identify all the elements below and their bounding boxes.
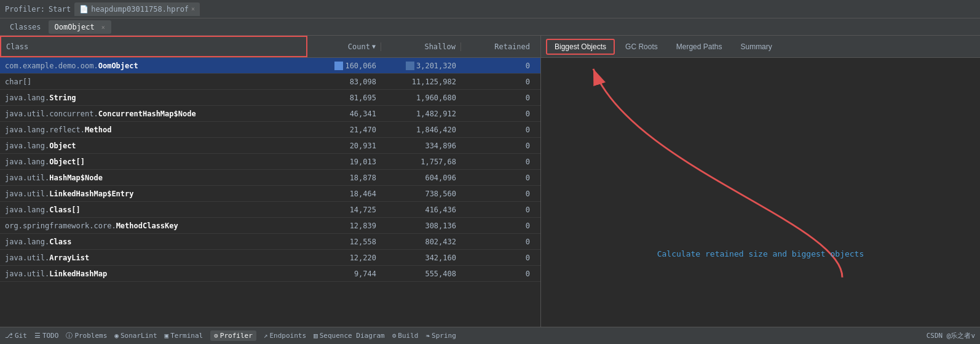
row-retained-8: 0 xyxy=(461,190,535,198)
status-terminal[interactable]: ▣ Terminal xyxy=(165,332,204,340)
start-button[interactable]: Start xyxy=(49,5,71,14)
tab-classes[interactable]: Classes xyxy=(4,20,47,34)
shallow-bar-icon xyxy=(406,62,414,70)
count-bar-icon xyxy=(334,62,343,70)
table-row[interactable]: java.lang.Class[] 14,725 416,436 0 xyxy=(0,202,540,218)
row-shallow-11: 802,432 xyxy=(381,238,461,246)
row-retained-11: 0 xyxy=(461,238,535,246)
status-sonarlint[interactable]: ◉ SonarLint xyxy=(114,332,157,340)
spring-icon: ❧ xyxy=(425,332,430,340)
row-shallow-12: 342,160 xyxy=(381,254,461,262)
col-class-header[interactable]: Class xyxy=(0,36,307,57)
table-row[interactable]: org.springframework.core.MethodClassKey … xyxy=(0,218,540,234)
row-count-7: 18,878 xyxy=(307,174,381,182)
status-todo-label: TODO xyxy=(42,332,59,340)
row-retained-10: 0 xyxy=(461,222,535,230)
tab-oomobject[interactable]: OomObject × xyxy=(49,20,111,34)
merged-paths-button[interactable]: Merged Paths xyxy=(668,39,730,54)
summary-button[interactable]: Summary xyxy=(732,39,780,54)
table-row[interactable]: java.util.ArrayList 12,220 342,160 0 xyxy=(0,250,540,266)
row-count-13: 9,744 xyxy=(307,270,381,278)
row-retained-6: 0 xyxy=(461,158,535,166)
row-class-3: java.util.concurrent.ConcurrentHashMap$N… xyxy=(0,110,307,118)
profiler-label: Profiler: xyxy=(5,5,45,14)
row-count-2: 81,695 xyxy=(307,94,381,102)
table-row[interactable]: java.lang.Object[] 19,013 1,757,68 0 xyxy=(0,154,540,170)
status-problems[interactable]: ⓘ Problems xyxy=(66,331,107,340)
row-class-9: java.lang.Class[] xyxy=(0,206,307,214)
col-retained-header[interactable]: Retained xyxy=(461,42,535,51)
table-header: Class Count ▼ Shallow Retained xyxy=(0,36,540,58)
row-class-11: java.lang.Class xyxy=(0,238,307,246)
row-shallow-8: 738,560 xyxy=(381,190,461,198)
right-content: Calculate retained size and biggest obje… xyxy=(541,58,980,327)
row-retained-9: 0 xyxy=(461,206,535,214)
status-todo[interactable]: ☰ TODO xyxy=(34,332,59,340)
row-count-8: 18,464 xyxy=(307,190,381,198)
file-tab[interactable]: 📄 heapdump03011758.hprof × xyxy=(74,2,200,16)
table-row[interactable]: java.util.concurrent.ConcurrentHashMap$N… xyxy=(0,106,540,122)
table-row[interactable]: char[] 83,098 11,125,982 0 xyxy=(0,74,540,90)
status-problems-label: Problems xyxy=(74,332,107,340)
sequence-diagram-icon: ▥ xyxy=(314,332,318,340)
terminal-icon: ▣ xyxy=(165,332,169,340)
row-class-4: java.lang.reflect.Method xyxy=(0,126,307,134)
row-shallow-1: 11,125,982 xyxy=(381,78,461,86)
row-count-9: 14,725 xyxy=(307,206,381,214)
col-count-header[interactable]: Count ▼ xyxy=(307,42,381,51)
row-retained-4: 0 xyxy=(461,126,535,134)
row-class-6: java.lang.Object[] xyxy=(0,158,307,166)
table-row[interactable]: java.lang.Class 12,558 802,432 0 xyxy=(0,234,540,250)
status-spring[interactable]: ❧ Spring xyxy=(425,332,456,340)
gc-roots-button[interactable]: GC Roots xyxy=(617,39,666,54)
row-class-2: java.lang.String xyxy=(0,94,307,102)
table-row[interactable]: java.util.LinkedHashMap 9,744 555,408 0 xyxy=(0,266,540,282)
row-retained-0: 0 xyxy=(461,62,535,70)
row-count-1: 83,098 xyxy=(307,78,381,86)
table-row[interactable]: com.example.demo.oom.OomObject 160,066 3… xyxy=(0,58,540,74)
table-row[interactable]: java.util.LinkedHashMap$Entry 18,464 738… xyxy=(0,186,540,202)
row-retained-12: 0 xyxy=(461,254,535,262)
row-count-11: 12,558 xyxy=(307,238,381,246)
status-sequence-diagram-label: Sequence Diagram xyxy=(320,332,385,340)
row-class-7: java.util.HashMap$Node xyxy=(0,174,307,182)
tab-classes-label: Classes xyxy=(10,23,41,31)
status-right-text: CSDN @乐之者v xyxy=(927,331,975,340)
retained-col-label: Retained xyxy=(494,42,530,51)
row-count-5: 20,931 xyxy=(307,142,381,150)
table-row[interactable]: java.lang.reflect.Method 21,470 1,846,42… xyxy=(0,122,540,138)
shallow-col-label: Shallow xyxy=(424,42,456,51)
table-row[interactable]: java.util.HashMap$Node 18,878 604,096 0 xyxy=(0,170,540,186)
arrow-overlay xyxy=(541,58,980,327)
status-git-label: Git xyxy=(15,332,27,340)
status-git[interactable]: ⎇ Git xyxy=(5,332,27,340)
row-shallow-10: 308,136 xyxy=(381,222,461,230)
col-shallow-header[interactable]: Shallow xyxy=(381,42,461,51)
row-count-4: 21,470 xyxy=(307,126,381,134)
row-count-10: 12,839 xyxy=(307,222,381,230)
file-tab-close[interactable]: × xyxy=(191,6,195,12)
row-retained-2: 0 xyxy=(461,94,535,102)
table-row[interactable]: java.lang.Object 20,931 334,896 0 xyxy=(0,138,540,154)
row-class-5: java.lang.Object xyxy=(0,142,307,150)
main-area: Class Count ▼ Shallow Retained com.examp… xyxy=(0,36,980,327)
row-class-13: java.util.LinkedHashMap xyxy=(0,270,307,278)
table-body: com.example.demo.oom.OomObject 160,066 3… xyxy=(0,58,540,327)
tab-oomobject-close[interactable]: × xyxy=(101,24,105,31)
status-sequence-diagram[interactable]: ▥ Sequence Diagram xyxy=(314,332,385,340)
status-profiler[interactable]: ⊙ Profiler xyxy=(210,330,256,341)
top-bar: Profiler: Start 📄 heapdump03011758.hprof… xyxy=(0,0,980,18)
status-endpoints[interactable]: ↗ Endpoints xyxy=(264,332,306,340)
row-retained-1: 0 xyxy=(461,78,535,86)
row-retained-3: 0 xyxy=(461,110,535,118)
tabs-row: Classes OomObject × xyxy=(0,18,980,36)
right-toolbar: Biggest Objects GC Roots Merged Paths Su… xyxy=(541,36,980,58)
row-shallow-9: 416,436 xyxy=(381,206,461,214)
table-row[interactable]: java.lang.String 81,695 1,960,680 0 xyxy=(0,90,540,106)
calculate-link[interactable]: Calculate retained size and biggest obje… xyxy=(657,249,864,258)
build-icon: ⚙ xyxy=(392,332,397,340)
status-bar: ⎇ Git ☰ TODO ⓘ Problems ◉ SonarLint ▣ Te… xyxy=(0,327,980,344)
file-tab-label: heapdump03011758.hprof xyxy=(91,5,189,14)
biggest-objects-button[interactable]: Biggest Objects xyxy=(546,39,615,55)
status-build[interactable]: ⚙ Build xyxy=(392,332,419,340)
